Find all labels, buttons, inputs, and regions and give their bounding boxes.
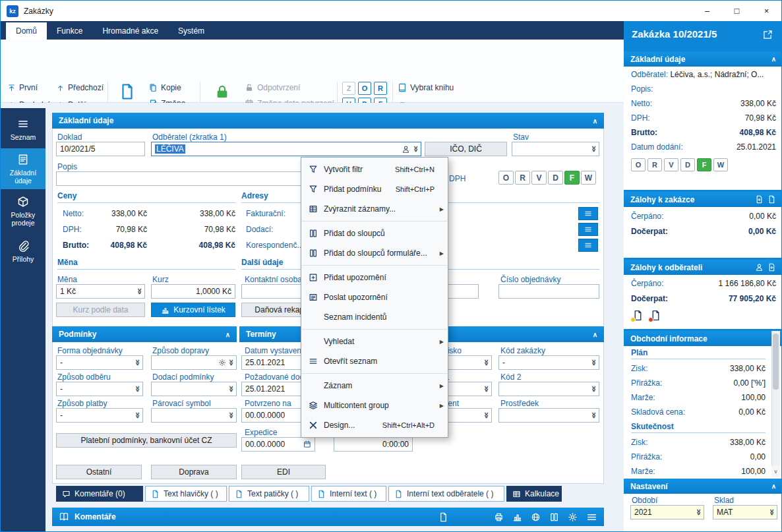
zpusob-odberu-dropdown[interactable]: - (56, 382, 143, 396)
menu-item-pridat-do-sloupcu-formulare[interactable]: Přidat do sloupců formuláře... (301, 243, 448, 263)
dropdown-icon[interactable] (136, 386, 139, 392)
dodaci-address-button[interactable] (578, 223, 598, 236)
korespondencni-address-button[interactable] (578, 239, 598, 252)
advance-error-doc-icon[interactable] (650, 309, 662, 321)
print-icon[interactable] (494, 512, 504, 522)
section-header-podminky[interactable]: Podmínky (52, 326, 237, 342)
collapse-section-icon[interactable] (593, 331, 597, 338)
tab-funkce[interactable]: Funkce (47, 22, 92, 40)
menu-item-vyhledat[interactable]: Vyhledat (301, 332, 448, 351)
maximize-button[interactable]: □ (722, 1, 752, 21)
jump-tile-z[interactable]: Z (342, 82, 355, 95)
jump-tile-o[interactable]: O (358, 82, 371, 95)
popout-icon[interactable] (763, 30, 773, 40)
minimize-button[interactable]: – (692, 1, 722, 21)
dropdown-icon[interactable] (592, 386, 595, 392)
tab-komentare[interactable]: Komentáře (0) (56, 486, 143, 502)
panel-section-nastaveni[interactable]: Nastavení (624, 479, 782, 494)
menu-item-vytvorit-filtr[interactable]: Vytvořit filtrShift+Ctrl+N (301, 160, 448, 179)
tab-text-hlavicky[interactable]: Text hlavičky ( ) (145, 486, 227, 502)
menu-item-pridat-upozorneni[interactable]: Přidat upozornění (301, 268, 448, 287)
advance-list-icon[interactable] (767, 263, 776, 272)
close-button[interactable]: × (752, 1, 781, 21)
collapse-section-icon[interactable] (226, 331, 230, 338)
doklad-input[interactable]: 10/2021/5 (56, 142, 145, 156)
menu-item-pridat-do-sloupcu[interactable]: Přidat do sloupců (301, 223, 448, 243)
kurz-input[interactable]: 1,0000 Kč (151, 284, 235, 299)
jump-tile-r[interactable]: R (374, 82, 387, 95)
gear-icon[interactable] (218, 359, 226, 367)
cas-input[interactable]: 0:00:00 (334, 437, 413, 452)
tab-text-paticky[interactable]: Text patičky ( ) (229, 486, 309, 502)
settings-icon[interactable] (568, 512, 578, 522)
tab-domu[interactable]: Domů (6, 22, 47, 40)
cislo-objednavky-input[interactable] (498, 284, 599, 299)
dropdown-icon[interactable] (229, 386, 233, 392)
menu-item-design[interactable]: Design...Shift+Ctrl+Alt+D (301, 415, 448, 435)
tab-kalkulace[interactable]: Kalkulace (506, 486, 562, 502)
calendar-icon[interactable] (303, 440, 311, 448)
unconfirm-button[interactable]: Odpotvrzení (245, 83, 300, 92)
sidebar-item-prilohy[interactable]: Přílohy (1, 233, 45, 270)
dropdown-icon[interactable] (592, 360, 595, 366)
dropdown-icon[interactable] (697, 510, 700, 516)
edi-button[interactable]: EDI (241, 465, 326, 479)
sklad-dropdown[interactable]: MAT (713, 505, 777, 519)
menu-item-zaznam[interactable]: Záznam (301, 376, 448, 396)
dropdown-icon[interactable] (592, 146, 595, 152)
expedice-input[interactable]: 00.00.0000 (241, 437, 315, 452)
dropdown-icon[interactable] (770, 510, 773, 516)
collapse-section-icon[interactable] (771, 483, 776, 490)
partner-icon[interactable] (402, 145, 410, 154)
tab-system[interactable]: Systém (168, 22, 214, 40)
advance-warning-doc-icon[interactable] (632, 309, 644, 321)
dropdown-icon[interactable] (229, 360, 233, 366)
menu-item-multicontent-group[interactable]: Multicontent group (301, 396, 448, 415)
chart-icon[interactable] (512, 512, 522, 522)
menu-item-otevrit-seznam[interactable]: Otevřít seznam (301, 351, 448, 371)
panel-section-obchodni-informace[interactable]: Obchodní informace (624, 331, 782, 346)
kod-2-dropdown[interactable] (498, 382, 599, 396)
platebni-podminky-button[interactable]: Platební podmínky, bankovní účet CZ (56, 433, 237, 448)
panel-section-zalohy-zakazce[interactable]: Zálohy k zakázce (624, 192, 782, 207)
dropdown-icon[interactable] (229, 413, 233, 419)
dropdown-icon[interactable] (592, 413, 595, 419)
menu-item-seznam-incidentu[interactable]: Seznam incidentů (301, 307, 448, 327)
globe-icon[interactable] (531, 512, 541, 522)
prostredek-dropdown[interactable] (498, 408, 599, 423)
panel-section-zakladni-udaje[interactable]: Základní údaje (624, 51, 782, 67)
select-book-button[interactable]: Vybrat knihu (398, 83, 454, 92)
columns-icon[interactable] (549, 512, 559, 522)
fakturacni-address-button[interactable] (578, 207, 598, 220)
menu-item-zvyraznit-zaznamy[interactable]: Zvýraznit záznamy... (301, 199, 448, 219)
dropdown-icon[interactable] (485, 360, 488, 366)
kurz-podle-data-button[interactable]: Kurz podle data (56, 303, 145, 317)
collapse-section-icon[interactable] (593, 117, 597, 125)
new-document-icon[interactable] (438, 512, 448, 522)
new-advance-icon[interactable] (755, 195, 764, 204)
ostatni-button[interactable]: Ostatní (56, 465, 142, 479)
menu-icon[interactable] (586, 512, 597, 523)
previous-button[interactable]: Předchozí (56, 83, 104, 92)
sidebar-item-seznam[interactable]: Seznam (1, 111, 45, 147)
advance-list-icon[interactable] (767, 195, 776, 204)
dropdown-icon[interactable] (485, 413, 488, 419)
panel-scrollbar-thumb[interactable] (773, 334, 779, 390)
dropdown-icon[interactable] (136, 360, 139, 366)
tab-interni-text-odberatele[interactable]: Interní text odběratele ( ) (388, 486, 504, 502)
menu-item-poslat-upozorneni[interactable]: Poslat upozornění (301, 287, 448, 307)
sidebar-item-zakladni-udaje[interactable]: Základní údaje (1, 148, 45, 189)
dodaci-podminky-dropdown[interactable] (151, 382, 237, 396)
doprava-button[interactable]: Doprava (151, 465, 237, 479)
menu-item-pridat-podminku[interactable]: Přidat podmínkuShift+Ctrl+P (301, 179, 448, 199)
dropdown-icon[interactable] (485, 386, 488, 392)
dropdown-icon[interactable] (414, 146, 417, 152)
odberatel-input[interactable]: LÉČIVA (151, 142, 421, 156)
zpusob-dopravy-dropdown[interactable] (151, 355, 237, 370)
kurzovni-listek-button[interactable]: Kurzovní lístek (151, 303, 235, 317)
section-header-zakladni-udaje[interactable]: Základní údaje (52, 113, 604, 129)
kod-zakazky-dropdown[interactable]: - (498, 355, 599, 370)
copy-button[interactable]: Kopie (148, 83, 181, 92)
panel-scrollbar-down-icon[interactable] (771, 465, 780, 477)
tab-hromadne-akce[interactable]: Hromadné akce (92, 22, 168, 40)
